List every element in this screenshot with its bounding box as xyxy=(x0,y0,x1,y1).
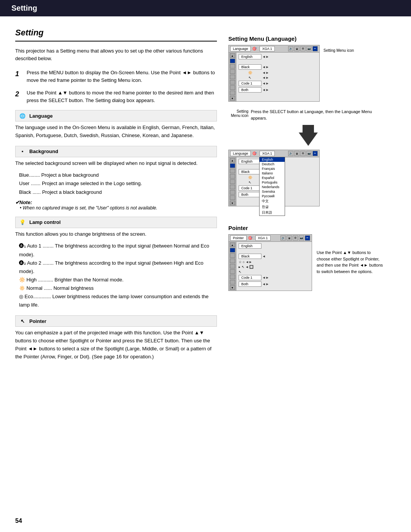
proj-xga-1: XGA 1 xyxy=(260,46,275,51)
lang-chinese: 中文 xyxy=(260,198,285,204)
proj-icon-1c: ⚙ xyxy=(300,46,306,51)
page-number: 54 xyxy=(15,518,22,524)
background-list: Blue........ Project a blue background U… xyxy=(15,171,217,196)
proj-row-3f: Code 1 ◄► xyxy=(239,275,309,280)
proj-icon-3d: 📷 xyxy=(299,235,304,241)
bg-item-black: Black ...... Project a black background xyxy=(19,188,217,197)
proj-btn-sq2 xyxy=(230,69,235,74)
proj-icon-3b: 🖥 xyxy=(287,235,292,241)
note-text: • When no captured image is set, the "Us… xyxy=(15,205,217,211)
background-title: Background xyxy=(29,149,58,154)
proj-body-3: ▲ ▼ English xyxy=(229,242,312,291)
arrow-down xyxy=(228,125,388,146)
proj-row-1e: Code 1 ◄► xyxy=(239,81,317,86)
proj-btn2-6 xyxy=(230,190,235,195)
proj-topbar-2: Language 🎯 XGA 1 🔊 🖥 ⚙ 📷 ✏ xyxy=(229,150,319,157)
note-box: ✔Note: • When no captured image is set, … xyxy=(15,200,217,211)
proj-field-code1: Code 1 xyxy=(239,81,261,86)
proj-btn-up: ▲ xyxy=(230,53,235,58)
proj-row-1f: Both ◄► xyxy=(239,87,317,93)
proj-btn3-up: ▲ xyxy=(230,243,235,247)
proj-row-1b: Black ◄► xyxy=(239,64,317,70)
lang-english: English xyxy=(260,157,285,162)
lamp-title: Lamp control xyxy=(29,219,61,225)
background-section-header: ▪ Background xyxy=(15,146,217,157)
background-icon: ▪ xyxy=(19,148,26,155)
proj-sidebar-3: ▲ ▼ xyxy=(229,242,236,291)
proj-row-3g: Both ◄► xyxy=(239,281,309,287)
page-title: Setting xyxy=(15,28,217,42)
proj-body-1: ▲ ▼ English ◄► xyxy=(229,53,319,101)
proj-btn2-3 xyxy=(230,174,235,179)
lang-francais: Français xyxy=(260,166,285,171)
lamp-high: 🔆 High ........... Brighter than the Nor… xyxy=(19,276,217,284)
proj-sidebar-1: ▲ ▼ xyxy=(229,53,236,101)
pointer-section-right: Pointer Pointer 🎯 XGA 1 🔊 🖥 ⚙ 📷 ✏ xyxy=(228,225,388,294)
lang-italiano: Italiano xyxy=(260,171,285,176)
proj-field-english-1: English xyxy=(239,54,261,59)
pointer-body: You can emphasize a part of the projecte… xyxy=(15,329,217,361)
proj-icon-1b: 🖥 xyxy=(294,46,299,51)
proj-icons-3: 🔊 🖥 ⚙ 📷 ✏ xyxy=(280,235,310,241)
proj-row-3e: ↖ xyxy=(239,270,309,274)
projector-ui-3: Pointer 🎯 XGA 1 🔊 🖥 ⚙ 📷 ✏ ▲ xyxy=(228,234,312,291)
lang-portugues: Português xyxy=(260,180,285,185)
lang-deutsch: Deutsch xyxy=(260,162,285,166)
lamp-list: 🅐₁ Auto 1 ........ The brightness accord… xyxy=(15,242,217,309)
step-number-1: 1 xyxy=(15,69,23,84)
proj-row-3d: ▸ ↖ ◄ 🔲 xyxy=(239,265,309,269)
proj-label-3: Pointer xyxy=(230,235,247,241)
proj-icons-1: 🔊 🖥 ⚙ 📷 ✏ xyxy=(288,46,318,51)
proj-btn-sq4 xyxy=(230,80,235,85)
pointer-callout: Use the Point ▲▼ buttons to choose eithe… xyxy=(317,249,385,275)
proj-field-both-1: Both xyxy=(239,87,261,93)
proj-field-both-3: Both xyxy=(239,281,261,287)
proj-field-both-2: Both xyxy=(239,192,261,197)
proj-field-black-2: Black xyxy=(239,169,261,174)
proj-btn2-5 xyxy=(230,185,235,189)
setting-menu-title: Setting Menu (Language) xyxy=(228,35,388,42)
lamp-body: This function allows you to change brigh… xyxy=(15,230,217,238)
lang-svenska: Svenska xyxy=(260,189,285,194)
step-2: 2 Use the Point ▲▼ buttons to move the r… xyxy=(15,89,217,104)
proj-btn3-3 xyxy=(230,259,235,263)
callout-1-wrapper: Setting Menu icon Press the SELECT butto… xyxy=(228,109,373,121)
step-1-text: Press the MENU button to display the On-… xyxy=(27,69,217,84)
proj-btn-sq6 xyxy=(230,91,235,95)
proj-label-2: Language xyxy=(230,151,251,156)
language-body: The language used in the On-Screen Menu … xyxy=(15,124,217,140)
intro-text: This projector has a Setting menu that a… xyxy=(15,47,217,62)
proj-btn2-up: ▲ xyxy=(230,158,235,163)
left-column: Setting This projector has a Setting men… xyxy=(15,28,217,364)
language-title: Language xyxy=(29,113,53,119)
proj-btn2-7 xyxy=(230,195,235,200)
proj-field-english-2: English xyxy=(239,159,261,164)
proj-btn3-7 xyxy=(230,280,235,284)
arrow-graphic xyxy=(299,133,318,146)
proj-icons-2: 🔊 🖥 ⚙ 📷 ✏ xyxy=(288,151,318,156)
header-title: Setting xyxy=(11,4,37,12)
proj-btn3-2 xyxy=(230,253,235,258)
proj-btn3-6 xyxy=(230,275,235,279)
proj-btn2-2 xyxy=(230,169,235,173)
step-2-text: Use the Point ▲▼ buttons to move the red… xyxy=(27,89,217,104)
proj-sidebar-2: ▲ ▼ xyxy=(229,157,236,206)
proj-icon-3c: ⚙ xyxy=(293,235,298,241)
note-title: ✔Note: xyxy=(15,200,217,205)
setting-menu-icon-callout: Setting Menu icon xyxy=(323,48,369,53)
projector-ui-1: Language 🎯 XGA 1 🔊 🖥 ⚙ 📷 ✏ ▲ xyxy=(228,45,320,102)
right-column: Setting Menu (Language) Language 🎯 XGA 1… xyxy=(228,28,388,364)
proj-icon-2c: ⚙ xyxy=(300,151,306,156)
bg-item-blue: Blue........ Project a blue background xyxy=(19,171,217,179)
proj-row-3a: English xyxy=(239,243,309,249)
proj-main-3: English Black ◄ ☆ ○ ◄► xyxy=(236,242,312,291)
lamp-auto1: 🅐₁ Auto 1 ........ The brightness accord… xyxy=(19,242,217,259)
proj-body-2: ▲ ▼ English xyxy=(229,157,319,206)
proj-icon-3a: 🔊 xyxy=(280,235,286,241)
proj-btn3-1 xyxy=(230,248,235,252)
proj-row-1d: ↖ ◄► xyxy=(239,76,317,80)
lang-russian: Русский xyxy=(260,194,285,198)
step-1: 1 Press the MENU button to display the O… xyxy=(15,69,217,84)
language-icon: 🌐 xyxy=(19,112,26,120)
lamp-normal: 🔅 Normal ...... Normal brightness xyxy=(19,284,217,292)
